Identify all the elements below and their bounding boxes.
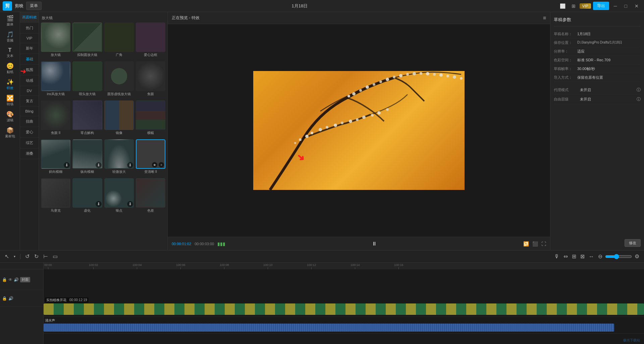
cat-aixin[interactable]: 爱心 xyxy=(20,127,39,138)
cat-jichu[interactable]: 基础 xyxy=(20,54,39,65)
tl-dropdown-button[interactable]: ▾ xyxy=(12,254,17,259)
cat-xinnian[interactable]: 新年 xyxy=(20,43,39,54)
toolbar-media[interactable]: 🎬 媒体 xyxy=(1,13,19,29)
effect-sprout[interactable]: 萌头放大镜 xyxy=(72,61,102,97)
effect-qingxi[interactable]: ★ + 变清晰 II xyxy=(136,139,165,175)
effect-toward[interactable]: ⬇ 纵向模糊 xyxy=(72,139,102,175)
star-icon: ★ xyxy=(152,162,157,167)
effect-circle[interactable]: 圆形虚线放大镜 xyxy=(104,61,134,97)
cat-chaoji[interactable]: 潮叠 xyxy=(20,148,39,159)
toolbar-audio[interactable]: 🎵 音频 xyxy=(1,29,19,45)
toolbar-effects[interactable]: ✨ 特效 xyxy=(1,77,19,92)
timeline-scroll[interactable]: 00:00 100:02 100:04 100:06 100:08 xyxy=(44,263,644,344)
crop-button[interactable]: ⬛ xyxy=(532,241,538,247)
effect-fisheye2[interactable]: 鱼眼 II xyxy=(41,100,70,136)
snap-button[interactable]: ⊞ xyxy=(571,253,578,260)
svg-point-8 xyxy=(362,116,366,119)
cat-bling[interactable]: Bling xyxy=(20,107,39,116)
effect-mirror[interactable]: 镜像 xyxy=(104,100,134,136)
toolbar-transition[interactable]: 🔀 转场 xyxy=(1,93,19,109)
total-time: 00:00:03:00 xyxy=(195,242,214,246)
proxy-toggle-icon[interactable]: ⓘ xyxy=(637,87,641,93)
app-name: 剪映 xyxy=(15,3,23,9)
cat-dv[interactable]: DV xyxy=(20,86,39,96)
toolbar-text[interactable]: T 文本 xyxy=(1,46,19,60)
minimize-button[interactable]: ─ xyxy=(611,3,620,9)
toolbar-material[interactable]: 📦 素材包 xyxy=(1,125,19,141)
grid-icon[interactable]: ⊞ xyxy=(570,2,578,10)
right-panel: 草稿参数 草稿名称： 1月18日 保存位置： D:/JianyingPro Dr… xyxy=(550,12,644,250)
toolbar-filter[interactable]: 🎨 滤镜 xyxy=(1,109,19,125)
settings-button[interactable]: ⚙ xyxy=(633,253,641,260)
empty-track-area xyxy=(44,269,644,296)
cat-fugu[interactable]: 复古 xyxy=(20,96,39,107)
param-colorspace-value: 标准 SDR - Rec.709 xyxy=(577,58,641,63)
cat-zongyi[interactable]: 综艺 xyxy=(20,138,39,148)
vip-badge: VIP xyxy=(580,3,591,9)
cat-hot[interactable]: 热门 xyxy=(20,23,39,33)
timeline-left-controls: 🔒 👁 🔊 封面 🔒 🔊 xyxy=(0,263,44,344)
edit-button[interactable]: 修改 xyxy=(625,239,641,247)
effect-wide[interactable]: 广角 xyxy=(104,22,134,58)
cat-ziran[interactable]: 氛围 xyxy=(20,65,39,75)
cat-donggan[interactable]: 动感 xyxy=(20,75,39,86)
svg-point-28 xyxy=(439,73,443,77)
effect-thumb-fisheye2 xyxy=(41,100,70,130)
zoom-slider[interactable] xyxy=(605,254,632,259)
svg-point-3 xyxy=(326,126,328,129)
toolbar-panel: 🎬 媒体 🎵 音频 T 文本 😊 贴纸 ✨ 特效 🔀 转场 🎨 滤镜 📦 xyxy=(0,12,20,250)
effect-slight[interactable]: ⬇ 轻微放大 xyxy=(104,139,134,175)
effect-fisheye[interactable]: 鱼眼 xyxy=(136,61,165,97)
audio-track-row: 涌水声 xyxy=(44,317,644,334)
cat-niuqu[interactable]: 扭曲 xyxy=(20,116,39,127)
redo-button[interactable]: ↻ xyxy=(33,253,40,260)
volume-track-icon: 🔊 xyxy=(14,277,19,282)
fit-button[interactable]: ⇔ xyxy=(562,253,569,260)
cat-huamian[interactable]: 画面特效 xyxy=(20,12,39,23)
effect-heart[interactable]: 爱心边框 xyxy=(136,22,165,58)
export-button[interactable]: 导出 xyxy=(593,2,609,10)
menu-button[interactable]: 菜单 xyxy=(26,2,42,10)
effect-virtual[interactable]: ⬇ 虚化 xyxy=(72,178,102,214)
effect-color[interactable]: 色差 xyxy=(136,178,165,214)
effect-spot[interactable]: ⬇ 噪点 xyxy=(104,178,134,214)
svg-point-15 xyxy=(352,92,356,95)
mic-button[interactable]: 🎙 xyxy=(553,253,561,260)
effect-name-sprout: 萌头放大镜 xyxy=(72,91,102,97)
svg-point-1 xyxy=(311,132,313,134)
preview-menu-button[interactable]: ≡ xyxy=(543,15,546,21)
effect-ins[interactable]: ins风放大镜 xyxy=(41,61,70,97)
pause-button[interactable]: ⏸ xyxy=(372,241,377,247)
zoom-out-button[interactable]: ⊖ xyxy=(597,253,604,260)
param-framerate-row: 草稿帧率： 30.00帧/秒 xyxy=(554,65,641,73)
effect-name-color: 色差 xyxy=(136,208,165,214)
ruler-tick-6: 100:12 xyxy=(307,263,316,269)
select-tool-button[interactable]: ↖ xyxy=(3,253,10,260)
delete-button[interactable]: ▭ xyxy=(51,253,59,260)
audio-track-controls: 🔒 🔊 xyxy=(0,290,43,307)
loop-button[interactable]: 🔁 xyxy=(523,241,529,247)
screen-icon[interactable]: ⬜ xyxy=(558,2,568,10)
effect-crop-magnify[interactable]: 拟制圆放大镜 xyxy=(72,22,102,58)
svg-point-12 xyxy=(299,138,302,141)
effect-zero[interactable]: 零点解构 xyxy=(72,100,102,136)
undo-button[interactable]: ↺ xyxy=(24,253,31,260)
fullscreen-button[interactable]: ⛶ xyxy=(541,241,546,247)
effect-horse[interactable]: 马赛克 xyxy=(41,178,70,214)
maximize-button[interactable]: □ xyxy=(622,3,630,9)
split-button[interactable]: ⊢ xyxy=(42,253,49,260)
effect-tilt[interactable]: ⬇ 斜向模糊 xyxy=(41,139,70,175)
svg-point-27 xyxy=(433,73,436,76)
cat-vip[interactable]: VIP xyxy=(20,33,39,43)
ruler-tick-5: 100:10 xyxy=(263,263,273,269)
effects-grid-row4: ⬇ 斜向模糊 ⬇ 纵向模糊 ⬇ 轻微放大 xyxy=(41,139,165,175)
effect-split[interactable]: 横幅 xyxy=(136,100,165,136)
tl-zoom-fit[interactable]: ↔ xyxy=(587,253,595,260)
effect-magnify[interactable]: 放大镜 xyxy=(41,22,70,58)
freelevel-toggle-icon[interactable]: ⓘ xyxy=(637,96,641,102)
audio-track-label: 涌水声 xyxy=(45,318,55,323)
effect-name-crop-magnify: 拟制圆放大镜 xyxy=(72,52,102,58)
toolbar-sticker[interactable]: 😊 贴纸 xyxy=(1,61,19,76)
align-button[interactable]: ⊠ xyxy=(579,253,586,260)
close-button[interactable]: ✕ xyxy=(632,3,641,9)
